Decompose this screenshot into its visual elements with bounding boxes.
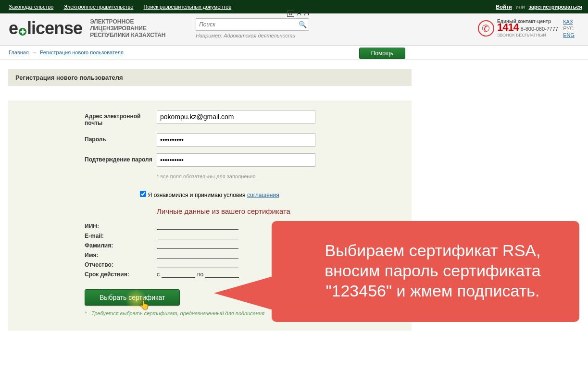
email-label: Адрес электронной почты (13, 110, 157, 126)
font-small[interactable]: A (287, 11, 294, 17)
language-switcher: КАЗ РУС ENG (563, 18, 575, 38)
login-link[interactable]: Войти (496, 4, 512, 10)
site-logo[interactable]: e✚license (9, 18, 82, 38)
font-large[interactable]: A (304, 9, 309, 17)
page-title: Регистрация нового пользователя (8, 69, 412, 86)
password-label: Пароль (13, 133, 157, 143)
select-certificate-button[interactable]: Выбрать сертификат 👆 (85, 289, 180, 306)
breadcrumb-home[interactable]: Главная (9, 49, 29, 55)
confirm-password-field[interactable] (157, 153, 315, 167)
password-field[interactable] (157, 133, 315, 147)
agree-text: Я ознакомился и принимаю условия (148, 192, 247, 198)
confirm-password-label: Подтверждение пароля (13, 153, 157, 163)
email-cert-value (157, 232, 238, 239)
font-size-switcher: A A A (287, 9, 309, 17)
site-subtitle: ЭЛЕКТРОННОЕ ЛИЦЕНЗИРОВАНИЕ РЕСПУБЛИКИ КА… (90, 18, 191, 38)
breadcrumb-row: Главная → Регистрация нового пользовател… (0, 46, 588, 60)
register-link[interactable]: зарегистрироваться (529, 4, 582, 10)
email-cert-label: E-mail: (85, 233, 157, 239)
term-label: Срок действия: (85, 271, 157, 278)
font-medium[interactable]: A (297, 10, 301, 17)
contact-center: ✆ Единый контакт-центр 14148-800-080-777… (478, 19, 558, 38)
search-box: 🔍 (196, 18, 309, 31)
instruction-callout: Выбираем сертификат RSA, вносим пароль с… (272, 221, 579, 322)
topnav-search-docs[interactable]: Поиск разрешительных документов (144, 4, 232, 10)
lang-eng[interactable]: ENG (563, 32, 575, 38)
name-value (157, 251, 238, 259)
lastname-value (157, 241, 238, 249)
lang-rus[interactable]: РУС (563, 25, 575, 32)
header: e✚license ЭЛЕКТРОННОЕ ЛИЦЕНЗИРОВАНИЕ РЕС… (0, 13, 588, 46)
plus-icon: ✚ (19, 28, 26, 36)
lastname-label: Фамилия: (85, 242, 157, 249)
iin-value (157, 222, 238, 230)
agree-checkbox[interactable] (140, 191, 146, 197)
breadcrumb-current[interactable]: Регистрация нового пользователя (40, 49, 124, 55)
patronymic-label: Отчество: (85, 261, 157, 268)
search-icon[interactable]: 🔍 (299, 21, 307, 28)
term-from-value (162, 270, 195, 278)
topnav-egov[interactable]: Электронное правительство (63, 4, 133, 10)
patronymic-value (157, 260, 238, 268)
iin-label: ИИН: (85, 223, 157, 230)
topnav-law[interactable]: Законодательство (9, 4, 53, 10)
email-field[interactable] (157, 110, 315, 123)
chevron-right-icon: → (32, 49, 37, 55)
certificate-section-title: Личные данные из вашего сертификата (157, 207, 407, 215)
lang-kaz[interactable]: КАЗ (563, 18, 575, 25)
required-note: * все поля обязательны для заполнения (157, 173, 407, 179)
name-label: Имя: (85, 252, 157, 259)
phone-icon: ✆ (478, 20, 494, 37)
cursor-icon: 👆 (139, 300, 150, 310)
search-hint: Например: Адвокатская деятельность (196, 33, 309, 38)
search-input[interactable] (199, 21, 299, 28)
help-button[interactable]: Помощь (359, 48, 405, 59)
or-text: или (516, 4, 525, 10)
agreement-link[interactable]: соглашения (247, 192, 279, 198)
term-from-text: с (157, 271, 160, 278)
term-to-text: по (197, 271, 203, 278)
callout-arrow-icon (214, 274, 281, 312)
